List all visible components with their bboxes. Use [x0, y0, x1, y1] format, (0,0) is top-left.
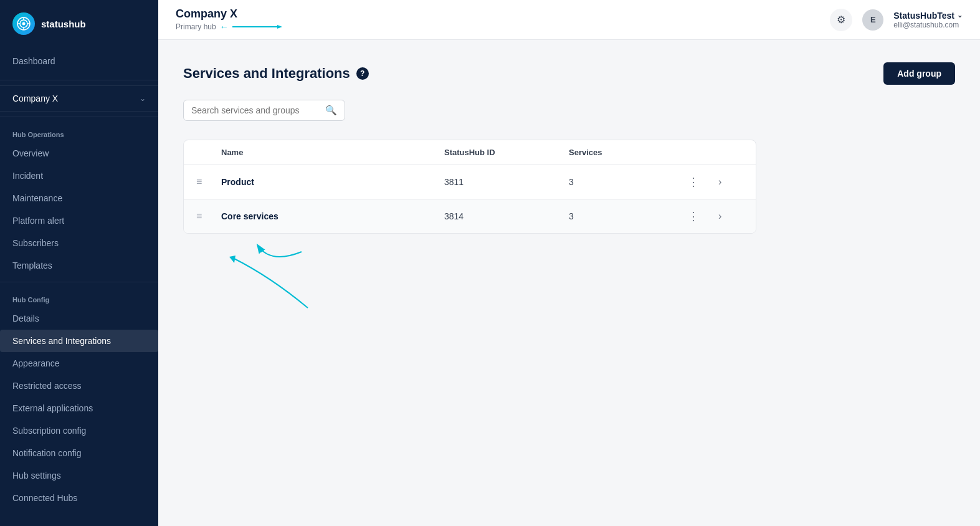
- topbar: Company X Primary hub ← ⚙ E StatusHubTes…: [158, 0, 980, 40]
- row-services-count: 3: [569, 177, 668, 187]
- sidebar-item-subscription-config[interactable]: Subscription config: [0, 419, 158, 442]
- row-statushub-id: 3811: [444, 177, 569, 187]
- search-icon: 🔍: [325, 105, 337, 116]
- topbar-title: Company X: [176, 7, 282, 21]
- row-services-count: 3: [569, 211, 668, 221]
- sidebar-divider-1: [0, 80, 158, 80]
- row-name: Core services: [221, 211, 444, 221]
- search-input[interactable]: [191, 105, 325, 115]
- page-title: Services and Integrations: [183, 65, 350, 82]
- sidebar-divider-2: [0, 117, 158, 117]
- search-bar: 🔍: [183, 100, 345, 121]
- svg-marker-8: [229, 256, 235, 263]
- sidebar-item-hub-settings[interactable]: Hub settings: [0, 464, 158, 487]
- sidebar-item-appearance[interactable]: Appearance: [0, 352, 158, 375]
- table-row[interactable]: ≡ Product 3811 3 ⋮ ›: [184, 165, 756, 199]
- sidebar-item-platform-alert[interactable]: Platform alert: [0, 209, 158, 232]
- content-header: Services and Integrations ? Add group: [183, 62, 955, 85]
- sidebar-item-notification-config[interactable]: Notification config: [0, 442, 158, 464]
- col-actions: [668, 148, 718, 157]
- sidebar-item-external-applications[interactable]: External applications: [0, 397, 158, 419]
- logo-text: statushub: [41, 19, 86, 29]
- help-icon[interactable]: ?: [356, 67, 369, 80]
- topbar-right: ⚙ E StatusHubTest ⌄ elli@statushub.com: [830, 9, 963, 31]
- user-name: StatusHubTest ⌄: [893, 11, 963, 21]
- user-dropdown-arrow-icon: ⌄: [957, 11, 963, 19]
- add-group-button[interactable]: Add group: [883, 62, 955, 85]
- hub-config-header: Hub Config: [0, 287, 158, 307]
- user-email: elli@statushub.com: [893, 21, 963, 29]
- more-options-button[interactable]: ⋮: [668, 175, 718, 189]
- logo-icon: [12, 12, 35, 35]
- sidebar-item-details[interactable]: Details: [0, 307, 158, 330]
- topbar-arrow-line: [232, 23, 282, 31]
- sidebar-item-services-and-integrations[interactable]: Services and Integrations: [0, 330, 158, 352]
- row-statushub-id: 3814: [444, 211, 569, 221]
- svg-marker-7: [277, 25, 282, 29]
- sidebar-item-maintenance[interactable]: Maintenance: [0, 187, 158, 209]
- avatar: E: [862, 9, 883, 31]
- col-name: Name: [221, 148, 444, 157]
- sidebar: statushub Dashboard Company X ⌄ Hub Oper…: [0, 0, 158, 526]
- settings-gear-button[interactable]: ⚙: [830, 9, 852, 31]
- col-drag: [196, 148, 221, 157]
- table-header: Name StatusHub ID Services: [184, 140, 756, 165]
- chevron-right-icon[interactable]: ›: [718, 211, 743, 222]
- sidebar-item-templates[interactable]: Templates: [0, 254, 158, 277]
- services-table: Name StatusHub ID Services ≡ Product 381…: [183, 140, 756, 234]
- drag-handle-icon[interactable]: ≡: [196, 176, 221, 188]
- hub-operations-header: Hub Operations: [0, 122, 158, 142]
- sidebar-item-overview[interactable]: Overview: [0, 142, 158, 165]
- company-selector[interactable]: Company X ⌄: [0, 85, 158, 112]
- sidebar-item-restricted-access[interactable]: Restricted access: [0, 375, 158, 397]
- annotation-arrow-2: [221, 239, 320, 314]
- sidebar-item-subscribers[interactable]: Subscribers: [0, 232, 158, 254]
- sidebar-item-incident[interactable]: Incident: [0, 165, 158, 187]
- drag-handle-icon[interactable]: ≡: [196, 211, 221, 222]
- chevron-right-icon[interactable]: ›: [718, 176, 743, 188]
- topbar-arrow-icon: ←: [220, 22, 229, 32]
- row-name: Product: [221, 177, 444, 187]
- user-info: StatusHubTest ⌄ elli@statushub.com: [893, 11, 963, 29]
- chevron-down-icon: ⌄: [140, 94, 146, 103]
- sidebar-item-connected-hubs[interactable]: Connected Hubs: [0, 487, 158, 509]
- table-row[interactable]: ≡ Core services 3814 3 ⋮ ›: [184, 199, 756, 233]
- content-title-row: Services and Integrations ?: [183, 65, 369, 82]
- content-area: Services and Integrations ? Add group 🔍 …: [158, 40, 980, 526]
- topbar-subtitle: Primary hub ←: [176, 22, 282, 32]
- sidebar-item-dashboard[interactable]: Dashboard: [0, 47, 158, 75]
- sidebar-logo: statushub: [0, 0, 158, 47]
- company-name: Company X: [12, 93, 58, 103]
- col-services: Services: [569, 148, 668, 157]
- col-nav: [718, 148, 743, 157]
- more-options-button[interactable]: ⋮: [668, 209, 718, 223]
- svg-point-2: [22, 22, 26, 26]
- topbar-left: Company X Primary hub ←: [176, 7, 282, 32]
- col-statushub-id: StatusHub ID: [444, 148, 569, 157]
- sidebar-divider-3: [0, 282, 158, 282]
- topbar-subtitle-text: Primary hub: [176, 22, 216, 31]
- main-content: Company X Primary hub ← ⚙ E StatusHubTes…: [158, 0, 980, 526]
